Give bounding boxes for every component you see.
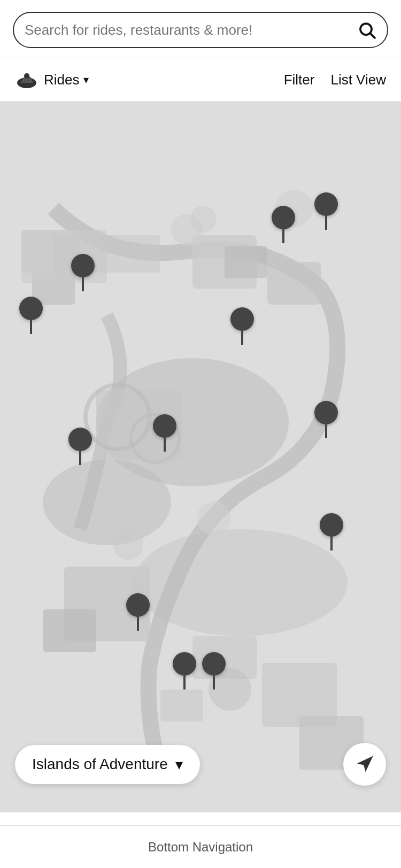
rides-label: Rides [44,72,79,88]
map-pin[interactable] [126,593,150,631]
map-pin[interactable] [153,414,176,452]
pin-stem [325,424,327,438]
pin-head [173,652,196,676]
park-name-label: Islands of Adventure [32,756,168,773]
toolbar-left: Rides ▾ [15,68,89,91]
search-button[interactable] [357,20,376,40]
map-pin[interactable] [272,206,295,243]
toolbar: Rides ▾ Filter List View [0,58,401,102]
map-pin[interactable] [19,297,43,334]
rides-category-icon [15,68,38,91]
pin-head [230,307,254,331]
pin-head [19,297,43,320]
pin-stem [282,229,284,243]
pin-head [126,593,150,617]
map-pin[interactable] [71,254,95,291]
pin-stem [183,676,186,689]
search-icon [357,20,376,40]
svg-rect-21 [225,246,267,278]
map-pin[interactable] [230,307,254,345]
map-bottom-controls: Islands of Adventure ▾ [0,743,401,786]
pin-stem [164,438,166,452]
svg-point-28 [113,530,143,560]
bottom-navigation[interactable]: Bottom Navigation [0,825,401,868]
toolbar-right: Filter List View [284,72,386,88]
pin-stem [30,320,32,334]
map-pin[interactable] [202,652,226,689]
pin-head [314,192,338,216]
pin-stem [79,451,81,465]
bottom-nav-label: Bottom Navigation [148,840,253,855]
map-pin[interactable] [173,652,196,689]
svg-rect-20 [53,235,160,273]
pin-head [153,414,176,438]
pin-head [202,652,226,676]
pin-stem [330,537,333,551]
svg-line-1 [371,34,375,38]
pin-stem [325,216,327,230]
pin-head [68,428,92,451]
svg-rect-16 [267,262,321,305]
svg-point-26 [190,206,217,232]
chevron-down-icon: ▾ [83,73,89,86]
list-view-button[interactable]: List View [330,72,386,88]
map-pin[interactable] [314,192,338,230]
pin-stem [241,331,243,345]
pin-head [71,254,95,277]
pin-stem [137,617,139,631]
map-background [0,102,401,812]
map-area[interactable]: Islands of Adventure ▾ [0,102,401,812]
rides-dropdown-button[interactable]: Rides ▾ [44,72,89,88]
map-pin[interactable] [68,428,92,465]
search-bar [13,12,388,48]
svg-marker-30 [357,756,373,772]
park-selector-button[interactable]: Islands of Adventure ▾ [15,745,200,784]
header [0,0,401,58]
pin-head [272,206,295,229]
pin-stem [213,676,215,689]
my-location-button[interactable] [343,743,386,786]
park-selector-chevron-icon: ▾ [175,756,183,773]
pin-head [320,513,343,537]
svg-point-3 [24,73,29,79]
filter-button[interactable]: Filter [284,72,315,88]
map-pin[interactable] [314,401,338,438]
location-arrow-icon [354,754,375,774]
pin-stem [82,277,84,291]
svg-point-6 [43,460,171,545]
map-pin[interactable] [320,513,343,551]
svg-point-29 [197,501,231,536]
search-input[interactable] [25,22,357,38]
svg-rect-22 [160,689,203,722]
svg-rect-11 [43,609,96,652]
pin-head [314,401,338,424]
